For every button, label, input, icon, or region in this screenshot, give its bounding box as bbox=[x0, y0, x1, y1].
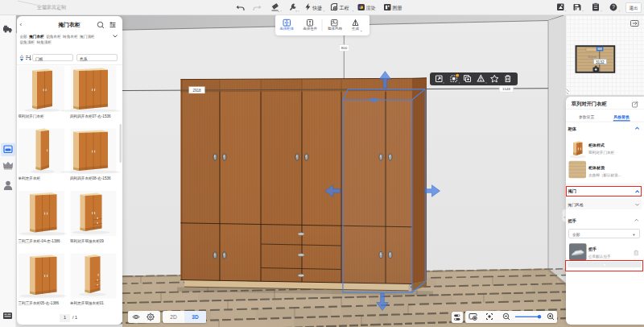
svg-text:1548: 1548 bbox=[502, 87, 510, 91]
svg-text:?: ? bbox=[612, 4, 615, 10]
svg-text:2918: 2918 bbox=[192, 89, 201, 93]
svg-text:800: 800 bbox=[341, 46, 348, 50]
